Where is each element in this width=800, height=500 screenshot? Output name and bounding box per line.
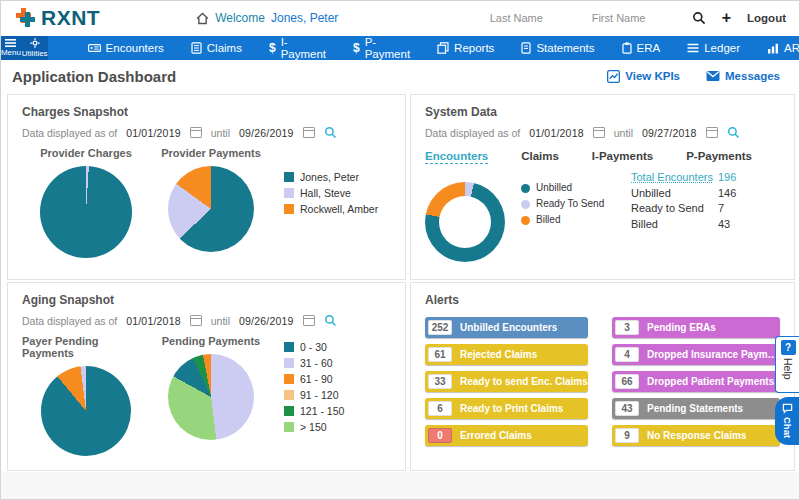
calendar-icon[interactable] bbox=[593, 127, 605, 138]
to-date-field[interactable]: 09/26/2019 bbox=[239, 315, 294, 327]
calendar-icon[interactable] bbox=[190, 315, 202, 326]
legend-label: 91 - 120 bbox=[300, 387, 339, 403]
stat-row: Unbilled146 bbox=[631, 186, 780, 202]
first-name-input[interactable] bbox=[590, 11, 676, 25]
to-date-field[interactable]: 09/26/2019 bbox=[239, 127, 294, 139]
legend-swatch bbox=[284, 342, 294, 352]
view-kpis-label: View KPIs bbox=[625, 70, 680, 82]
view-kpis-button[interactable]: View KPIs bbox=[607, 70, 680, 83]
system-tab-p-payments[interactable]: P-Payments bbox=[686, 150, 752, 164]
messages-label: Messages bbox=[725, 70, 780, 82]
alert-badge[interactable]: 6Ready to Print Claims bbox=[425, 398, 588, 419]
legend-item: Rockwell, Amber bbox=[284, 201, 378, 217]
nav-item-encounters[interactable]: Encounters bbox=[88, 42, 164, 54]
messages-button[interactable]: Messages bbox=[706, 70, 780, 82]
nav-item-statements[interactable]: Statements bbox=[521, 42, 594, 54]
chat-tab[interactable]: Chat bbox=[775, 397, 800, 445]
payer-pending-pie[interactable] bbox=[41, 366, 131, 456]
alert-count: 0 bbox=[428, 428, 452, 443]
search-icon[interactable] bbox=[324, 314, 337, 327]
calendar-icon[interactable] bbox=[303, 315, 315, 326]
chart-title: Provider Charges bbox=[40, 147, 132, 159]
nav-item-ledger[interactable]: Ledger bbox=[687, 42, 740, 54]
nav-item-ar[interactable]: AR bbox=[767, 42, 800, 54]
alert-badge[interactable]: 4Dropped Insurance Payments bbox=[612, 344, 780, 365]
charges-snapshot-panel: Charges Snapshot Data displayed as of 01… bbox=[7, 94, 406, 280]
system-tab-i-payments[interactable]: I-Payments bbox=[592, 150, 653, 164]
alert-badge[interactable]: 43Pending Statements bbox=[612, 398, 780, 419]
current-user-name[interactable]: Jones, Peter bbox=[271, 11, 338, 25]
provider-payments-pie[interactable] bbox=[168, 166, 254, 252]
nav-item-label: Claims bbox=[207, 42, 242, 54]
legend-label: Jones, Peter bbox=[300, 169, 359, 185]
to-date-field[interactable]: 09/27/2018 bbox=[642, 127, 697, 139]
alert-badge[interactable]: 0Errored Claims bbox=[425, 425, 588, 446]
legend-swatch bbox=[284, 172, 294, 182]
search-icon[interactable] bbox=[692, 11, 706, 25]
panel-title: Charges Snapshot bbox=[22, 105, 391, 119]
nav-item-label: ERA bbox=[637, 42, 661, 54]
until-label: until bbox=[614, 127, 633, 139]
last-name-input[interactable] bbox=[488, 11, 574, 25]
search-icon[interactable] bbox=[324, 126, 337, 139]
from-date-field[interactable]: 01/01/2018 bbox=[126, 315, 181, 327]
encounters-donut-col bbox=[425, 182, 521, 262]
help-label: Help bbox=[782, 358, 794, 380]
envelope-icon bbox=[706, 70, 720, 82]
calendar-icon[interactable] bbox=[190, 127, 202, 138]
alert-badge[interactable]: 33Ready to send Enc. Claims bbox=[425, 371, 588, 392]
system-tab-claims[interactable]: Claims bbox=[521, 150, 559, 164]
search-icon[interactable] bbox=[727, 126, 740, 139]
legend-item: 31 - 60 bbox=[284, 355, 344, 371]
stat-label[interactable]: Total Encounters bbox=[631, 170, 718, 186]
date-label: Data displayed as of bbox=[22, 315, 117, 327]
system-data-content: UnbilledReady To SendBilled Total Encoun… bbox=[425, 168, 780, 262]
calendar-icon[interactable] bbox=[303, 127, 315, 138]
date-label: Data displayed as of bbox=[425, 127, 520, 139]
bottom-strip bbox=[0, 472, 800, 500]
from-date-field[interactable]: 01/01/2019 bbox=[126, 127, 181, 139]
nav-item-reports[interactable]: Reports bbox=[437, 42, 494, 54]
gear-icon bbox=[30, 38, 40, 48]
alert-count: 252 bbox=[428, 320, 452, 335]
from-date-field[interactable]: 01/01/2018 bbox=[529, 127, 584, 139]
alert-label: Unbilled Encounters bbox=[452, 322, 557, 333]
logo-text: RXNT bbox=[41, 6, 100, 30]
nav-menu[interactable]: Menu bbox=[0, 36, 22, 60]
date-label: Data displayed as of bbox=[22, 127, 117, 139]
help-tab[interactable]: ? Help bbox=[775, 336, 800, 393]
alert-count: 43 bbox=[615, 401, 639, 416]
home-icon[interactable] bbox=[196, 12, 209, 25]
legend-label: Billed bbox=[536, 212, 560, 228]
alert-badge[interactable]: 61Rejected Claims bbox=[425, 344, 588, 365]
alert-count: 61 bbox=[428, 347, 452, 362]
legend-swatch bbox=[521, 184, 530, 193]
system-tab-encounters[interactable]: Encounters bbox=[425, 150, 488, 164]
pending-payments-pie[interactable] bbox=[168, 354, 254, 440]
logout-button[interactable]: Logout bbox=[747, 12, 786, 24]
alert-badge[interactable]: 3Pending ERAs bbox=[612, 317, 780, 338]
provider-charges-chart: Provider Charges bbox=[22, 147, 150, 258]
nav-item-label: Ledger bbox=[704, 42, 740, 54]
provider-charges-pie[interactable] bbox=[40, 166, 132, 258]
statements-icon bbox=[521, 42, 531, 54]
add-icon[interactable]: + bbox=[722, 10, 731, 26]
chat-bubble-icon bbox=[782, 403, 793, 414]
nav-item-label: AR bbox=[784, 42, 800, 54]
legend-swatch bbox=[284, 406, 294, 416]
nav-utilities[interactable]: Utilities bbox=[22, 36, 48, 60]
legend-item: 61 - 90 bbox=[284, 371, 344, 387]
encounters-donut[interactable] bbox=[425, 182, 505, 262]
nav-item-i-payment[interactable]: $ I-Payment bbox=[269, 36, 326, 60]
nav-item-p-payment[interactable]: $ P-Payment bbox=[353, 36, 410, 60]
alerts-panel: Alerts 252Unbilled Encounters61Rejected … bbox=[410, 282, 795, 471]
alert-badge[interactable]: 9No Response Claims bbox=[612, 425, 780, 446]
alert-badge[interactable]: 252Unbilled Encounters bbox=[425, 317, 588, 338]
nav-item-era[interactable]: ERA bbox=[622, 42, 661, 54]
alert-count: 6 bbox=[428, 401, 452, 416]
chat-label: Chat bbox=[782, 417, 793, 438]
calendar-icon[interactable] bbox=[706, 127, 718, 138]
chart-title: Payer Pending Payments bbox=[22, 335, 150, 359]
nav-item-claims[interactable]: Claims bbox=[191, 42, 242, 54]
alert-badge[interactable]: 66Dropped Patient Payments bbox=[612, 371, 780, 392]
